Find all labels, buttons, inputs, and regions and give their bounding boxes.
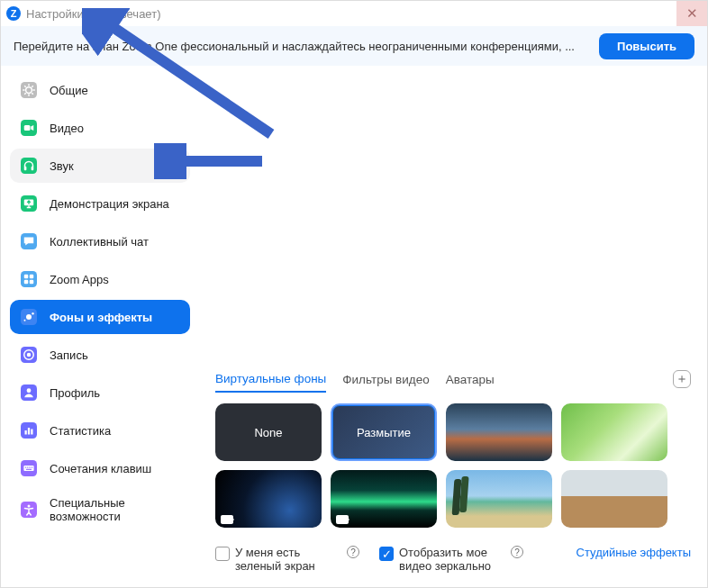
sidebar: ОбщиеВидеоЗвукДемонстрация экранаКоллект…: [1, 66, 199, 587]
sidebar-item-sparkle[interactable]: Фоны и эффекты: [10, 300, 190, 334]
sidebar-item-label: Видео: [50, 122, 84, 135]
svg-point-23: [27, 388, 32, 393]
background-tile-room[interactable]: [561, 470, 667, 528]
svg-rect-32: [29, 467, 30, 468]
title-bar: Z Настройки (Не отвечает) ✕: [1, 1, 707, 26]
close-button[interactable]: ✕: [676, 1, 707, 26]
option-label: У меня есть зеленый экран: [235, 546, 341, 573]
sidebar-item-label: Звук: [50, 159, 74, 173]
svg-point-18: [24, 320, 26, 321]
option-label: Отобразить мое видео зеркально: [399, 546, 505, 573]
sidebar-item-profile[interactable]: Профиль: [10, 375, 190, 410]
sparkle-icon: [19, 307, 39, 327]
camera-icon: [19, 118, 39, 138]
record-icon: [19, 345, 39, 365]
stats-icon: [19, 421, 39, 440]
tab-video-filters[interactable]: Фильтры видео: [342, 373, 429, 392]
background-tile-label: None: [254, 426, 282, 439]
video-icon: [221, 515, 233, 524]
chat-icon: [19, 231, 39, 251]
svg-rect-12: [30, 275, 34, 279]
svg-rect-30: [25, 467, 26, 468]
svg-point-21: [27, 353, 32, 357]
svg-rect-26: [28, 428, 30, 435]
svg-rect-10: [21, 271, 37, 287]
svg-rect-34: [32, 467, 32, 468]
sidebar-item-accessibility[interactable]: Специальные возможности: [10, 489, 190, 530]
help-icon[interactable]: ?: [511, 546, 523, 558]
profile-icon: [19, 383, 39, 403]
sidebar-item-apps[interactable]: Zoom Apps: [10, 262, 190, 296]
svg-rect-25: [25, 430, 27, 435]
apps-icon: [19, 269, 39, 289]
add-background-button[interactable]: ＋: [673, 370, 691, 388]
svg-rect-6: [32, 167, 34, 171]
sidebar-item-label: Коллективный чат: [50, 235, 149, 249]
background-tile-earth[interactable]: [215, 470, 322, 528]
background-tile-bridge[interactable]: [446, 403, 552, 461]
tab-avatars[interactable]: Аватары: [446, 373, 495, 392]
options-row: У меня есть зеленый экран ? ✓ Отобразить…: [215, 546, 691, 573]
svg-rect-11: [24, 275, 29, 279]
svg-point-37: [28, 504, 31, 507]
background-tile-aurora[interactable]: [331, 470, 437, 528]
svg-point-16: [26, 314, 32, 320]
sidebar-item-label: Общие: [50, 84, 88, 97]
accessibility-icon: [19, 500, 39, 520]
background-tile-beach[interactable]: [446, 470, 552, 528]
svg-rect-4: [21, 158, 37, 174]
sidebar-item-screen[interactable]: Демонстрация экрана: [10, 186, 190, 221]
checkbox-unchecked-icon[interactable]: [215, 547, 230, 561]
svg-rect-33: [31, 467, 32, 468]
sidebar-item-label: Демонстрация экрана: [50, 197, 169, 211]
green-screen-option[interactable]: У меня есть зеленый экран ?: [215, 546, 359, 573]
background-tile-blur[interactable]: Размытие: [331, 403, 437, 461]
mirror-video-option[interactable]: ✓ Отобразить мое видео зеркально ?: [379, 546, 523, 573]
svg-rect-5: [24, 167, 27, 171]
studio-effects-link[interactable]: Студийные эффекты: [576, 546, 691, 559]
svg-rect-35: [26, 469, 32, 470]
sidebar-item-label: Сочетания клавиш: [50, 462, 151, 475]
tab-virtual-backgrounds[interactable]: Виртуальные фоны: [215, 372, 326, 393]
headphones-icon: [19, 156, 39, 176]
sidebar-item-label: Специальные возможности: [50, 496, 181, 523]
sidebar-item-gear[interactable]: Общие: [10, 73, 190, 107]
svg-rect-13: [24, 280, 29, 285]
zoom-app-icon: Z: [6, 6, 21, 21]
sidebar-item-headphones[interactable]: Звук: [10, 149, 190, 183]
sidebar-item-chat[interactable]: Коллективный чат: [10, 224, 190, 258]
main-panel: Виртуальные фоны Фильтры видео Аватары ＋…: [199, 66, 707, 587]
sidebar-item-label: Фоны и эффекты: [50, 311, 152, 324]
background-tile-none[interactable]: None: [215, 403, 322, 461]
background-grid: None Размытие: [215, 403, 691, 528]
keyboard-icon: [19, 458, 39, 478]
sidebar-item-label: Статистика: [50, 424, 111, 438]
tabs: Виртуальные фоны Фильтры видео Аватары ＋: [215, 372, 691, 393]
help-icon[interactable]: ?: [347, 546, 359, 558]
svg-rect-29: [23, 466, 33, 471]
sidebar-item-camera[interactable]: Видео: [10, 111, 190, 145]
svg-rect-14: [30, 280, 34, 285]
sidebar-item-record[interactable]: Запись: [10, 338, 190, 372]
video-icon: [336, 515, 349, 524]
svg-point-17: [32, 312, 33, 314]
background-tile-label: Размытие: [357, 426, 411, 439]
checkbox-checked-icon[interactable]: ✓: [379, 547, 394, 561]
svg-rect-3: [24, 125, 31, 131]
upgrade-banner: Перейдите на план Zoom One фессиональный…: [1, 26, 707, 66]
sidebar-item-label: Профиль: [50, 386, 100, 400]
background-tile-grass[interactable]: [561, 403, 667, 461]
window-title: Настройки (Не отвечает): [26, 7, 160, 21]
upgrade-button[interactable]: Повысить: [599, 33, 694, 59]
sidebar-item-label: Zoom Apps: [50, 273, 109, 286]
sidebar-item-stats[interactable]: Статистика: [10, 413, 190, 448]
svg-rect-31: [27, 467, 28, 468]
screen-icon: [19, 194, 39, 213]
banner-text: Перейдите на план Zoom One фессиональный…: [14, 40, 575, 53]
svg-rect-27: [31, 430, 32, 435]
sidebar-item-label: Запись: [50, 348, 88, 362]
sidebar-item-keyboard[interactable]: Сочетания клавиш: [10, 451, 190, 485]
gear-icon: [19, 80, 39, 100]
